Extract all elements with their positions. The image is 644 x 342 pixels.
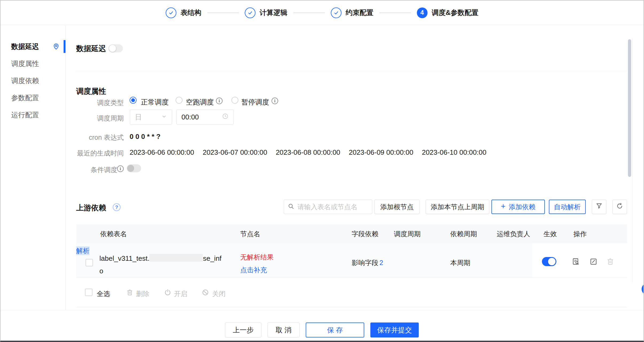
redacted-text [149,254,203,262]
view-lineage-icon[interactable] [572,258,580,266]
sidebar-item-data-delay[interactable]: 数据延迟 [1,38,65,55]
batch-delete-button[interactable]: 删除 [136,289,149,298]
sidebar-divider [65,25,66,310]
clock-icon [222,113,228,121]
batch-enable-button[interactable]: 开启 [174,289,187,298]
upstream-help-icon[interactable]: ? [113,203,121,211]
step-connector [379,13,411,13]
toggle-thumb [127,165,134,172]
button-label: 添加根节点 [380,203,414,211]
sidebar-item-label: 运行配置 [11,110,39,120]
content-bottom-divider [76,307,627,307]
auto-parse-button[interactable]: 自动解析 [549,200,586,214]
table-name-prefix: label_v311_test. [99,254,149,262]
location-pin-icon [53,43,60,50]
schedule-props-title: 调度属性 [76,86,106,96]
step-connector [207,13,239,13]
step-schedule-params[interactable]: 4 调度&参数配置 [417,7,479,18]
schedule-config-page: 表结构 计算逻辑 约束配置 4 调度&参数配置 [0,0,644,342]
step-label: 约束配置 [346,8,374,17]
field-dep-count[interactable]: 2 [379,259,383,266]
col-dep-table-name: 依赖表名 [100,224,127,243]
pause-info-icon[interactable]: i [271,98,278,104]
cycle-select[interactable]: 日 [130,110,172,125]
button-label: 保 存 [327,325,343,335]
edit-icon[interactable] [589,258,598,266]
upstream-search[interactable] [284,200,372,214]
row-enabled-toggle[interactable] [542,257,556,266]
node-parse-error: 无解析结果 [240,253,274,262]
gen-time: 2023-06-10 00:00:00 [422,148,486,157]
col-dep-cycle: 依赖周期 [450,224,477,243]
button-label: 保存并提交 [377,325,412,335]
radio-pause-schedule[interactable] [231,97,238,104]
power-icon [164,289,171,296]
refresh-button[interactable] [612,200,627,214]
prev-step-button[interactable]: 上一步 [225,322,261,337]
delete-row-icon[interactable] [606,258,614,266]
batch-disable-button[interactable]: 关闭 [212,289,226,298]
search-input[interactable] [297,203,368,211]
cron-value: 0 0 0 * * ? [130,133,161,141]
node-supplement-link[interactable]: 点击补充 [240,266,267,274]
conditional-info-icon[interactable]: i [117,165,124,172]
step-label: 调度&参数配置 [432,8,479,17]
cancel-button[interactable]: 取 消 [267,322,300,337]
col-node-name: 节点名 [240,224,260,243]
save-and-submit-button[interactable]: 保存并提交 [370,322,419,337]
time-value: 00:00 [181,113,199,121]
step-number-badge: 4 [417,7,428,18]
refresh-icon [616,203,623,211]
stepper: 表结构 计算逻辑 约束配置 4 调度&参数配置 [166,7,479,18]
col-schedule-cycle: 调度周期 [394,224,421,243]
data-delay-toggle[interactable] [108,44,123,52]
step-compute-logic[interactable]: 计算逻辑 [245,7,288,18]
add-root-node-button[interactable]: 添加根节点 [374,200,420,214]
radio-normal-label[interactable]: 正常调度 [141,98,169,107]
time-input[interactable]: 00:00 [176,110,234,125]
save-button[interactable]: 保 存 [306,322,364,337]
ban-icon [202,289,209,296]
gen-time: 2023-06-07 00:00:00 [203,148,267,157]
radio-dry-run-label[interactable]: 空跑调度 [186,98,214,107]
radio-normal-schedule[interactable] [130,97,137,104]
radio-pause-label[interactable]: 暂停调度 [241,98,269,107]
step-done-check-icon [166,7,176,18]
add-current-node-prev-cycle-button[interactable]: 添加本节点上周期 [426,200,489,214]
gen-time-label: 最近的生成时间 [76,149,124,158]
select-all-checkbox[interactable] [85,289,92,296]
parse-link[interactable]: 解析 [76,246,90,255]
step-table-structure[interactable]: 表结构 [166,7,201,18]
field-dep-label: 影响字段 [352,259,378,266]
select-all-label[interactable]: 全选 [97,289,110,298]
button-label: 自动解析 [554,203,581,211]
scrollbar-thumb[interactable] [628,39,631,177]
sidebar-item-label: 调度依赖 [11,76,39,86]
sidebar-item-label: 数据延迟 [11,42,39,51]
conditional-toggle[interactable] [127,164,141,172]
step-done-check-icon [245,7,255,18]
step-connector [293,13,325,13]
row-checkbox[interactable] [86,259,93,266]
filter-button[interactable] [592,200,606,214]
sidebar-item-schedule-deps[interactable]: 调度依赖 [1,72,65,89]
sidebar-item-schedule-props[interactable]: 调度属性 [1,55,65,72]
schedule-type-label: 调度类型 [76,98,124,107]
scrollbar-track [632,38,633,282]
floating-action-button[interactable] [642,283,644,295]
data-delay-title: 数据延迟 [76,44,106,54]
schedule-cycle-label: 调度周期 [76,114,124,123]
dep-table-name-cell: label_v311_test.se_info [99,252,224,277]
add-dependency-button[interactable]: + 添加依赖 [491,200,545,214]
sidebar-item-run-config[interactable]: 运行配置 [1,106,65,123]
plus-icon: + [501,202,506,210]
sidebar-item-label: 参数配置 [11,93,39,103]
step-constraint-config[interactable]: 约束配置 [331,7,374,18]
sidebar-item-param-config[interactable]: 参数配置 [1,89,65,106]
button-label: 取 消 [276,325,291,335]
toggle-thumb [548,258,556,265]
radio-dry-run-schedule[interactable] [176,97,183,104]
dry-run-info-icon[interactable]: i [216,98,223,104]
chevron-down-icon [161,113,167,121]
gen-time: 2023-06-09 00:00:00 [349,148,413,157]
